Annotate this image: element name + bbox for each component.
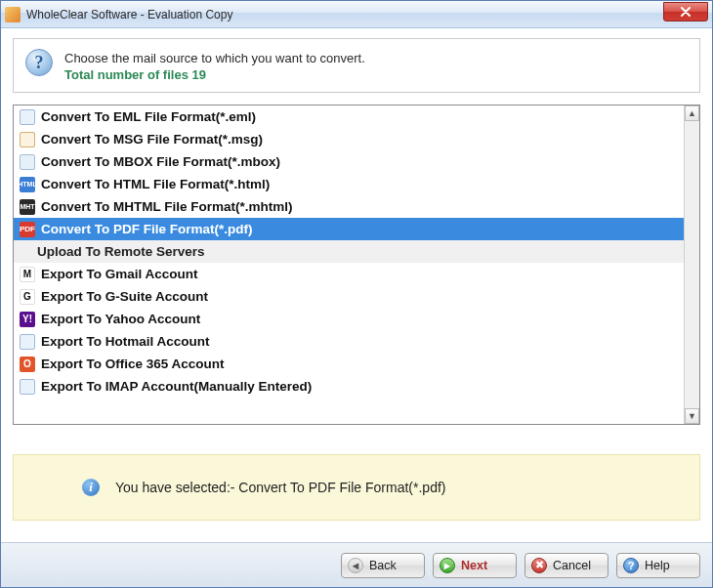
scrollbar[interactable]: ▲ ▼: [684, 105, 699, 424]
help-button-label: Help: [645, 559, 670, 572]
list-item[interactable]: MHTConvert To MHTML File Format(*.mhtml): [14, 195, 684, 218]
cancel-icon: ✖: [531, 558, 547, 573]
instruction-text: Choose the mail source to which you want…: [64, 49, 365, 82]
mbox-icon: [20, 154, 35, 170]
list-item-label: Convert To MSG File Format(*.msg): [41, 132, 263, 147]
app-icon: [5, 7, 21, 22]
list-group-header: Upload To Remote Servers: [14, 240, 684, 263]
list-item-label: Export To IMAP Account(Manually Entered): [41, 379, 312, 394]
list-item[interactable]: MExport To Gmail Account: [14, 263, 684, 285]
list-item-label: Convert To MHTML File Format(*.mhtml): [41, 199, 293, 214]
back-arrow-icon: ◄: [348, 558, 363, 573]
scroll-up-button[interactable]: ▲: [685, 105, 699, 121]
list-item[interactable]: Export To IMAP Account(Manually Entered): [14, 375, 684, 398]
list-item-label: Convert To HTML File Format(*.html): [41, 177, 270, 191]
list-item-label: Export To Yahoo Account: [41, 312, 200, 326]
list-item[interactable]: Convert To MSG File Format(*.msg): [14, 128, 684, 150]
help-icon: ?: [623, 558, 639, 573]
mhtml-icon: MHT: [20, 199, 35, 215]
content-area: ? Choose the mail source to which you wa…: [1, 28, 712, 542]
list-item[interactable]: Y!Export To Yahoo Account: [14, 308, 684, 330]
gsuite-icon: G: [20, 289, 35, 305]
o365-icon: O: [20, 357, 35, 372]
titlebar: WholeClear Software - Evaluation Copy: [1, 1, 712, 28]
next-button[interactable]: ► Next: [433, 553, 517, 578]
list-item-label: Export To G-Suite Account: [41, 289, 208, 304]
gmail-icon: M: [20, 267, 35, 282]
list-item-label: Convert To PDF File Format(*.pdf): [41, 222, 253, 236]
list-item[interactable]: Export To Hotmail Account: [14, 330, 684, 353]
list-item[interactable]: Convert To EML File Format(*.eml): [14, 105, 684, 128]
imap-icon: [20, 379, 35, 395]
hotmail-icon: [20, 334, 35, 350]
list-item-label: Export To Gmail Account: [41, 267, 198, 281]
list-item-label: Convert To EML File Format(*.eml): [41, 109, 256, 124]
back-button[interactable]: ◄ Back: [341, 553, 425, 578]
close-icon: [680, 7, 692, 17]
question-icon: ?: [25, 49, 53, 76]
html-icon: HTML: [20, 177, 35, 192]
status-panel: i You have selected:- Convert To PDF Fil…: [13, 454, 700, 521]
list-item[interactable]: PDFConvert To PDF File Format(*.pdf): [14, 218, 684, 240]
pdf-icon: PDF: [20, 222, 35, 237]
list-item-label: Convert To MBOX File Format(*.mbox): [41, 154, 280, 169]
window-title: WholeClear Software - Evaluation Copy: [26, 8, 232, 21]
file-count-line: Total number of files 19: [64, 67, 365, 82]
instruction-panel: ? Choose the mail source to which you wa…: [13, 38, 700, 93]
back-button-label: Back: [369, 559, 397, 572]
list-item[interactable]: HTMLConvert To HTML File Format(*.html): [14, 173, 684, 195]
eml-icon: [20, 109, 35, 125]
help-button[interactable]: ? Help: [616, 553, 700, 578]
footer-bar: ◄ Back ► Next ✖ Cancel ? Help: [1, 542, 712, 587]
status-text: You have selected:- Convert To PDF File …: [115, 480, 445, 495]
app-window: WholeClear Software - Evaluation Copy ? …: [0, 0, 713, 588]
next-button-label: Next: [461, 559, 487, 572]
next-arrow-icon: ►: [440, 558, 455, 573]
format-list: Convert To EML File Format(*.eml)Convert…: [13, 105, 700, 425]
list-item-label: Export To Office 365 Account: [41, 357, 225, 371]
scroll-down-button[interactable]: ▼: [685, 408, 699, 424]
info-icon: i: [82, 479, 100, 496]
list-item-label: Upload To Remote Servers: [37, 244, 205, 259]
yahoo-icon: Y!: [20, 312, 35, 327]
cancel-button-label: Cancel: [553, 559, 591, 572]
cancel-button[interactable]: ✖ Cancel: [524, 553, 608, 578]
format-list-inner: Convert To EML File Format(*.eml)Convert…: [14, 105, 684, 424]
msg-icon: [20, 132, 35, 147]
list-item-label: Export To Hotmail Account: [41, 334, 210, 349]
instruction-line1: Choose the mail source to which you want…: [64, 51, 365, 65]
list-item[interactable]: OExport To Office 365 Account: [14, 353, 684, 375]
list-item[interactable]: GExport To G-Suite Account: [14, 285, 684, 308]
list-item[interactable]: Convert To MBOX File Format(*.mbox): [14, 150, 684, 173]
close-button[interactable]: [663, 2, 708, 21]
